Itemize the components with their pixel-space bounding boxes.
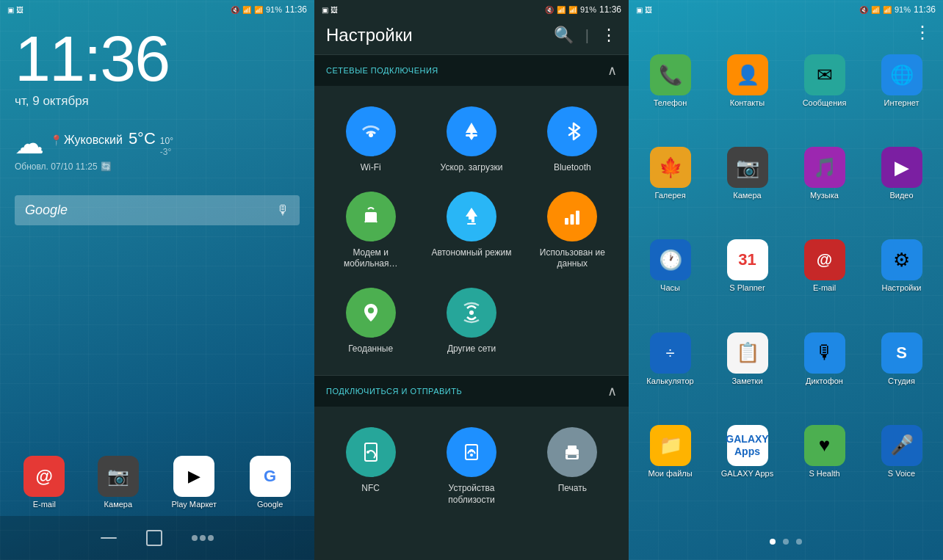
app-splanner-icon: 31 <box>727 239 768 280</box>
app-camera[interactable]: 📷 Камера <box>709 147 786 239</box>
settings-geo-item[interactable]: Геоданные <box>320 279 421 364</box>
app-video[interactable]: ▶ Видео <box>863 147 940 239</box>
svg-rect-19 <box>566 454 579 455</box>
settings-bluetooth-item[interactable]: Bluetooth <box>522 98 623 183</box>
app-galaxy-apps-icon: GALAXYApps <box>727 425 768 466</box>
apps-page-dot-1[interactable] <box>770 539 776 545</box>
dock-google-icon: G <box>250 456 291 497</box>
settings-screenshot-icon: ▣ <box>322 6 328 14</box>
apps-page-dot-2[interactable] <box>783 539 789 545</box>
apps-mute-icon: 🔇 <box>859 6 868 14</box>
settings-modem-item[interactable]: Модем и мобильная… <box>320 183 421 279</box>
settings-download-boost-label: Ускор. загрузки <box>441 162 503 174</box>
app-settings[interactable]: ⚙ Настройки <box>863 239 940 332</box>
app-phone-label: Телефон <box>654 98 687 107</box>
settings-nfc-item[interactable]: NFC <box>320 418 421 514</box>
ls-search-bar[interactable]: Google 🎙 <box>15 195 300 225</box>
app-splanner[interactable]: 31 S Planner <box>709 239 786 332</box>
svg-rect-7 <box>565 218 568 225</box>
nav-back-icon[interactable] <box>101 537 117 539</box>
dock-google[interactable]: G Google <box>250 456 291 509</box>
svg-point-11 <box>469 310 474 315</box>
app-gallery-label: Галерея <box>654 191 685 200</box>
settings-search-icon[interactable]: 🔍 <box>554 26 574 45</box>
apps-screenshot-icon: ▣ <box>636 6 643 14</box>
ls-image-icon: 🖼 <box>16 6 24 14</box>
app-messages[interactable]: ✉ Сообщения <box>786 54 863 147</box>
ls-temp-current: 5°С <box>129 129 156 148</box>
settings-section-network-chevron[interactable]: ∧ <box>607 62 617 79</box>
ls-google-logo: Google <box>25 203 68 218</box>
app-contacts[interactable]: 👤 Контакты <box>709 54 786 147</box>
settings-section-connect-chevron[interactable]: ∧ <box>607 383 617 399</box>
app-music-icon: 🎵 <box>804 147 845 188</box>
svg-rect-9 <box>576 211 579 225</box>
lockscreen-panel: ▣ 🖼 🔇 📶 📶 91% 11:36 11:36 чт, 9 октября … <box>0 0 314 560</box>
svg-rect-8 <box>571 214 574 225</box>
settings-print-item[interactable]: Печать <box>522 418 623 514</box>
nav-home-icon[interactable] <box>146 530 162 546</box>
apps-grid: 📞 Телефон 👤 Контакты ✉ Сообщения 🌐 Интер… <box>629 48 943 523</box>
settings-download-boost-item[interactable]: Ускор. загрузки <box>421 98 521 183</box>
app-music[interactable]: 🎵 Музыка <box>786 147 863 239</box>
settings-wifi-item[interactable]: Wi-Fi <box>320 98 421 183</box>
app-browser-label: Интернет <box>884 98 919 107</box>
ls-temp-high: 10° <box>160 136 173 146</box>
app-voice-recorder-icon: 🎙 <box>804 332 845 374</box>
dock-play-icon: ▶ <box>173 456 214 497</box>
settings-section-connect-title: ПОДКЛЮЧИТЬСЯ И ОТПРАВИТЬ <box>326 387 462 396</box>
app-notes[interactable]: 📋 Заметки <box>709 332 786 425</box>
app-music-label: Музыка <box>810 191 839 200</box>
settings-nearby-label: Устройства поблизости <box>427 483 516 506</box>
app-gallery-icon: 🍁 <box>650 147 691 188</box>
app-video-icon: ▶ <box>881 147 922 188</box>
app-myfiles-label: Мои файлы <box>648 469 692 478</box>
app-myfiles[interactable]: 📁 Мои файлы <box>632 425 709 517</box>
settings-download-boost-circle <box>447 106 496 156</box>
dock-play[interactable]: ▶ Play Маркет <box>171 456 217 509</box>
app-studio[interactable]: S Студия <box>863 332 940 425</box>
svg-rect-14 <box>466 445 477 459</box>
dock-email[interactable]: @ E-mail <box>24 456 65 509</box>
ls-mute-icon: 🔇 <box>231 6 239 14</box>
app-email[interactable]: @ E-mail <box>786 239 863 332</box>
settings-nearby-item[interactable]: Устройства поблизости <box>421 418 521 514</box>
app-browser[interactable]: 🌐 Интернет <box>863 54 940 147</box>
app-clock-icon: 🕐 <box>650 239 691 280</box>
app-svoice[interactable]: 🎤 S Voice <box>863 425 940 517</box>
settings-data-usage-item[interactable]: Использован ие данных <box>522 183 623 279</box>
app-galaxy-apps-label: GALAXY Apps <box>721 469 773 478</box>
app-voice-recorder[interactable]: 🎙 Диктофон <box>786 332 863 425</box>
settings-header: Настройки 🔍 | ⋮ <box>314 19 629 54</box>
dock-camera[interactable]: 📷 Камера <box>98 456 139 509</box>
app-studio-icon: S <box>881 332 922 374</box>
ls-mic-icon[interactable]: 🎙 <box>276 203 289 218</box>
settings-modem-label: Модем и мобильная… <box>326 247 415 270</box>
settings-status-bar: ▣ 🖼 🔇 📶 📶 91% 11:36 <box>314 0 629 19</box>
app-clock-label: Часы <box>660 283 680 292</box>
settings-time: 11:36 <box>599 4 621 15</box>
dock-camera-label: Камера <box>104 500 132 509</box>
app-shealth[interactable]: ♥ S Health <box>786 425 863 517</box>
app-galaxy-apps[interactable]: GALAXYApps GALAXY Apps <box>709 425 786 517</box>
settings-geo-label: Геоданные <box>348 343 393 355</box>
svg-point-10 <box>368 308 374 313</box>
settings-wifi-circle <box>346 106 396 156</box>
settings-overflow-icon[interactable]: ⋮ <box>601 26 617 45</box>
settings-other-nets-item[interactable]: Другие сети <box>421 279 521 364</box>
app-calculator[interactable]: ÷ Калькулятор <box>632 332 709 425</box>
nav-recents-icon[interactable] <box>192 535 214 541</box>
settings-section-network: СЕТЕВЫЕ ПОДКЛЮЧЕНИЯ ∧ <box>314 54 629 86</box>
app-phone[interactable]: 📞 Телефон <box>632 54 709 147</box>
app-svoice-label: S Voice <box>888 469 915 478</box>
settings-image-icon: 🖼 <box>330 6 338 14</box>
app-gallery[interactable]: 🍁 Галерея <box>632 147 709 239</box>
ls-location-pin: 📍 <box>50 134 62 146</box>
apps-page-dot-3[interactable] <box>796 539 802 545</box>
app-notes-icon: 📋 <box>727 332 768 374</box>
app-phone-icon: 📞 <box>650 54 691 95</box>
settings-airplane-item[interactable]: Автономный режим <box>421 183 521 279</box>
settings-nfc-label: NFC <box>361 483 380 495</box>
app-clock[interactable]: 🕐 Часы <box>632 239 709 332</box>
apps-overflow-icon[interactable]: ⋮ <box>914 22 931 43</box>
